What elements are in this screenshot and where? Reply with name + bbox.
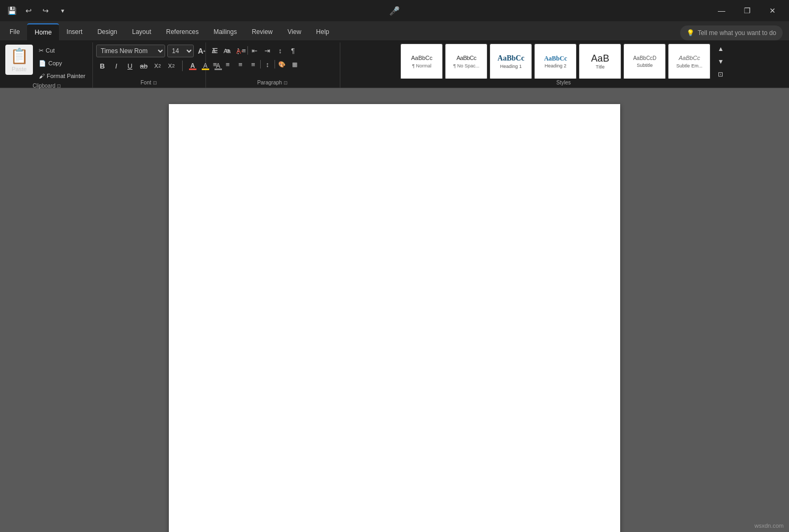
- cut-button[interactable]: ✂ Cut: [35, 45, 89, 56]
- tab-layout[interactable]: Layout: [125, 23, 159, 40]
- minimize-button[interactable]: —: [709, 2, 734, 19]
- bullet-list-button[interactable]: ☰: [209, 45, 221, 56]
- title-bar-left: 💾 ↩ ↪ ▼: [4, 3, 70, 18]
- strikethrough-button[interactable]: ab: [138, 59, 150, 72]
- style-no-spacing[interactable]: AaBbCc ¶ No Spac...: [445, 44, 487, 79]
- show-formatting-button[interactable]: ¶: [287, 45, 299, 56]
- font-size-select[interactable]: 14: [167, 45, 194, 57]
- format-buttons: B I U ab X2 X2: [96, 59, 178, 72]
- style-subtitle-label: Subtitle: [637, 63, 653, 68]
- font-group: Times New Rom 14 A+ A- Aa A× B I U ab: [93, 42, 206, 88]
- subscript-button[interactable]: X2: [151, 59, 164, 72]
- superscript-button[interactable]: X2: [165, 59, 178, 72]
- font-expand-icon[interactable]: ⊡: [152, 80, 158, 85]
- font-family-select[interactable]: Times New Rom: [96, 45, 165, 57]
- font-color-bar: [189, 68, 196, 70]
- tell-me-search[interactable]: 💡 Tell me what you want to do: [680, 25, 783, 40]
- clipboard-group: 📋 Paste ✂ Cut 📄 Copy 🖌 Format Painter: [2, 42, 93, 88]
- style-heading1[interactable]: AaBbCc Heading 1: [490, 44, 532, 79]
- tab-mailings[interactable]: Mailings: [206, 23, 244, 40]
- copy-label: Copy: [48, 60, 62, 66]
- style-no-spacing-label: ¶ No Spac...: [453, 63, 479, 68]
- paste-icon: 📋: [10, 47, 29, 65]
- style-heading2-label: Heading 2: [545, 63, 567, 68]
- clipboard-expand-icon[interactable]: ⊡: [56, 83, 62, 89]
- tab-help[interactable]: Help: [308, 23, 337, 40]
- clipboard-sub-buttons: ✂ Cut 📄 Copy 🖌 Format Painter: [35, 45, 89, 82]
- paragraph-content: ☰ ≡ ⋮≡ ⇤ ⇥ ↕ ¶ ≡ ≡ ≡ ≡ ↕ 🎨 ▦: [209, 42, 337, 79]
- increase-indent-button[interactable]: ⇥: [262, 45, 273, 56]
- styles-scroll-up-button[interactable]: ▲: [715, 43, 726, 55]
- tab-references[interactable]: References: [159, 23, 206, 40]
- tab-home[interactable]: Home: [27, 23, 59, 40]
- multilevel-list-button[interactable]: ⋮≡: [235, 45, 246, 56]
- italic-button[interactable]: I: [110, 59, 123, 72]
- close-button[interactable]: ✕: [760, 2, 785, 19]
- redo-button[interactable]: ↪: [38, 3, 53, 18]
- document-area: [0, 88, 789, 532]
- para-divider3: [275, 60, 275, 68]
- format-painter-icon: 🖌: [39, 73, 45, 79]
- styles-group-label: Styles: [344, 79, 784, 88]
- styles-navigation: ▲ ▼ ⊡: [713, 43, 726, 79]
- style-heading2-preview: AaBbCc: [544, 55, 567, 62]
- customize-qat-button[interactable]: ▼: [55, 3, 70, 18]
- line-spacing-button[interactable]: ↕: [262, 58, 273, 70]
- style-subtitle[interactable]: AaBbCcD Subtitle: [623, 44, 666, 79]
- style-subtitle-preview: AaBbCcD: [633, 55, 656, 62]
- font-color-button[interactable]: A: [187, 60, 199, 72]
- paste-label: Paste: [12, 66, 27, 72]
- title-bar: 💾 ↩ ↪ ▼ 🎤 — ❐ ✕: [0, 0, 789, 21]
- paragraph-group: ☰ ≡ ⋮≡ ⇤ ⇥ ↕ ¶ ≡ ≡ ≡ ≡ ↕ 🎨 ▦ Pa: [206, 42, 340, 88]
- paragraph-row2: ≡ ≡ ≡ ≡ ↕ 🎨 ▦: [209, 58, 301, 70]
- style-subtle-preview: AaBbCc: [679, 55, 700, 62]
- style-heading2[interactable]: AaBbCc Heading 2: [534, 44, 577, 79]
- copy-button[interactable]: 📄 Copy: [35, 57, 89, 69]
- title-bar-right: — ❐ ✕: [709, 2, 785, 19]
- styles-scroll-down-button[interactable]: ▼: [715, 56, 726, 67]
- sort-button[interactable]: ↕: [275, 45, 286, 56]
- align-right-button[interactable]: ≡: [235, 58, 246, 70]
- style-title-preview: AaB: [591, 54, 609, 63]
- para-divider1: [247, 46, 248, 55]
- decrease-indent-button[interactable]: ⇤: [249, 45, 261, 56]
- font-content: Times New Rom 14 A+ A- Aa A× B I U ab: [96, 42, 202, 79]
- font-group-label: Font ⊡: [96, 79, 202, 88]
- restore-button[interactable]: ❐: [735, 2, 759, 19]
- paragraph-group-label: Paragraph ⊡: [209, 79, 337, 88]
- style-title[interactable]: AaB Title: [579, 44, 621, 79]
- align-left-button[interactable]: ≡: [209, 58, 221, 70]
- justify-button[interactable]: ≡: [247, 58, 259, 70]
- styles-group: AaBbCc ¶ Normal AaBbCc ¶ No Spac... AaBb…: [340, 42, 787, 88]
- format-painter-label: Format Painter: [47, 73, 85, 79]
- underline-button[interactable]: U: [124, 59, 136, 72]
- bold-button[interactable]: B: [96, 59, 109, 72]
- shading-para-button[interactable]: 🎨: [276, 58, 288, 70]
- tab-view[interactable]: View: [280, 23, 309, 40]
- borders-button[interactable]: ▦: [289, 58, 301, 70]
- style-normal[interactable]: AaBbCc ¶ Normal: [400, 44, 443, 79]
- style-normal-preview: AaBbCc: [411, 55, 432, 62]
- paragraph-expand-icon[interactable]: ⊡: [283, 80, 288, 85]
- style-heading1-label: Heading 1: [500, 64, 522, 69]
- format-painter-button[interactable]: 🖌 Format Painter: [35, 70, 89, 82]
- align-center-button[interactable]: ≡: [222, 58, 234, 70]
- styles-expand-button[interactable]: ⊡: [715, 68, 726, 79]
- style-subtle-emphasis[interactable]: AaBbCc Subtle Em...: [668, 44, 710, 79]
- style-subtle-label: Subtle Em...: [676, 63, 702, 68]
- save-button[interactable]: 💾: [4, 3, 19, 18]
- tab-review[interactable]: Review: [244, 23, 280, 40]
- para-divider2: [260, 60, 261, 68]
- numbered-list-button[interactable]: ≡: [222, 45, 234, 56]
- paragraph-row1: ☰ ≡ ⋮≡ ⇤ ⇥ ↕ ¶: [209, 45, 299, 56]
- microphone-icon[interactable]: 🎤: [386, 2, 403, 19]
- undo-button[interactable]: ↩: [21, 3, 36, 18]
- tab-design[interactable]: Design: [90, 23, 124, 40]
- clipboard-group-label: Clipboard ⊡: [5, 82, 89, 91]
- paste-button[interactable]: 📋 Paste: [5, 45, 33, 75]
- tell-me-container: 💡 Tell me what you want to do: [337, 25, 787, 40]
- divider: [182, 61, 183, 71]
- document-page[interactable]: [169, 104, 620, 532]
- tab-file[interactable]: File: [2, 23, 27, 40]
- tab-insert[interactable]: Insert: [59, 23, 90, 40]
